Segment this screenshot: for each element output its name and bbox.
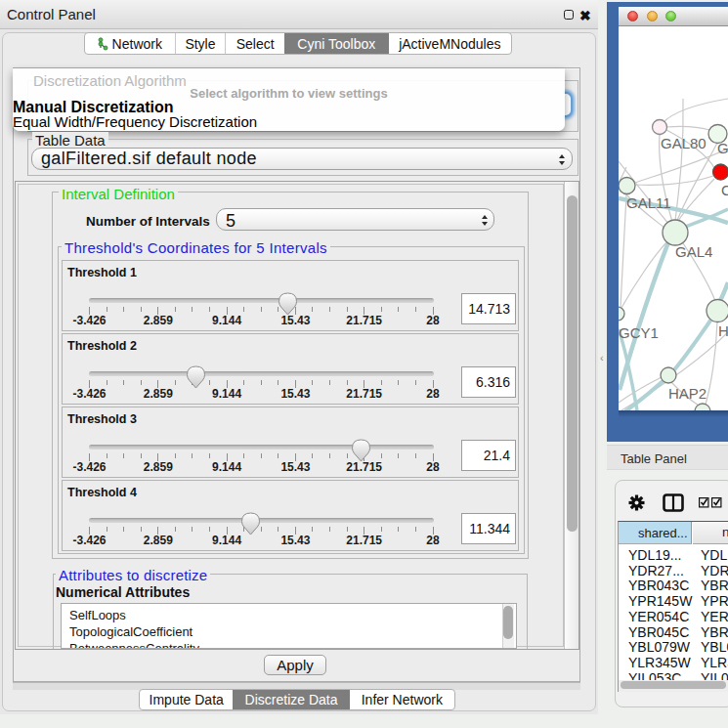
- svg-text:GAL80: GAL80: [661, 135, 707, 151]
- svg-text:HAP2: HAP2: [668, 385, 707, 402]
- svg-text:GAL4: GAL4: [675, 243, 712, 260]
- svg-text:GAL11: GAL11: [626, 194, 671, 211]
- svg-text:C: C: [721, 182, 728, 198]
- svg-text:GCY1: GCY1: [619, 324, 659, 341]
- svg-text:GA: GA: [717, 140, 728, 156]
- svg-text:H: H: [718, 322, 728, 339]
